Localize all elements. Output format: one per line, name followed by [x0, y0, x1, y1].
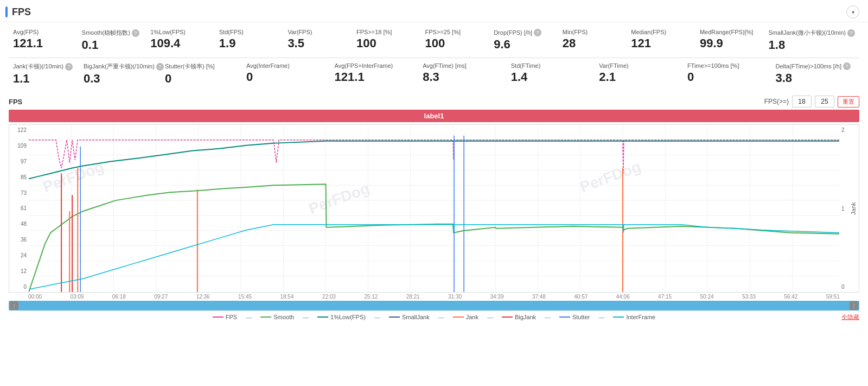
- stat-varftime: Var(FTime) 2.1: [595, 60, 683, 88]
- legend-interframe[interactable]: InterFrame: [613, 314, 655, 320]
- stat-drop: Drop(FPS) [/h] ? 9.6: [489, 27, 558, 54]
- stat-avg-fps-value: 121.1: [13, 36, 73, 50]
- stat-fps25: FPS>=25 [%] 100: [421, 27, 490, 54]
- legend-fps-line: [213, 317, 224, 318]
- chart-section: FPS FPS(>=) 18 25 重置 label1 122 109 97 8…: [0, 93, 868, 324]
- legend-smooth[interactable]: Smooth: [260, 314, 294, 320]
- stat-medrange: MedRange(FPS)[%] 99.9: [695, 27, 764, 54]
- stats-row-2: Jank(卡顿)(/10min) ? 1.1 BigJank(严重卡顿)(/10…: [9, 60, 859, 88]
- hide-all-button[interactable]: 全隐藏: [841, 313, 859, 321]
- stat-min-value: 28: [563, 36, 623, 50]
- legend-jank[interactable]: Jank: [453, 314, 478, 320]
- stat-ftime100-label: FTime>=100ms [%]: [687, 62, 767, 69]
- smalljank-help-icon[interactable]: ?: [847, 29, 855, 37]
- reset-button[interactable]: 重置: [838, 96, 859, 107]
- stat-avg-fps-label: Avg(FPS): [13, 29, 73, 35]
- y-axis-left: 122 109 97 85 73 61 48 36 24 12 0: [9, 125, 29, 292]
- page-container: FPS ▾ Avg(FPS) 121.1 Smooth(稳帧指数) ? 0.1 …: [0, 0, 868, 386]
- stat-bigjank: BigJank(严重卡顿)(/10min) ? 0.3: [79, 60, 161, 88]
- stat-fps18-label: FPS>=18 [%]: [356, 29, 417, 35]
- stat-varftime-value: 2.1: [599, 70, 679, 84]
- legend-jank-line: [453, 317, 464, 318]
- legend-interframe-label: InterFrame: [626, 314, 655, 320]
- stat-jank-label: Jank(卡顿)(/10min) ?: [13, 62, 75, 71]
- stat-stutter-value: 0: [165, 72, 238, 86]
- stat-avginterframe: Avg(InterFrame) 0: [242, 60, 330, 88]
- legend-1pct-low[interactable]: 1%Low(FPS): [317, 314, 366, 320]
- collapse-button[interactable]: ▾: [846, 5, 859, 18]
- stat-avgftime-value: 8.3: [423, 70, 502, 84]
- fps-title-bar: [5, 7, 8, 17]
- stat-varftime-label: Var(FTime): [599, 62, 679, 69]
- legend-fps[interactable]: FPS: [213, 314, 237, 320]
- stat-smalljank-value: 1.8: [769, 38, 855, 52]
- fps-title-row: FPS: [5, 7, 31, 18]
- stats-section-1: Avg(FPS) 121.1 Smooth(稳帧指数) ? 0.1 1%Low(…: [0, 22, 868, 93]
- stat-median: Median(FPS) 121: [627, 27, 695, 54]
- legend-fps-label: FPS: [226, 314, 237, 320]
- stat-deltaftime-label: Delta(FTime)>100ms [/h] ?: [775, 62, 855, 70]
- jank-help-icon[interactable]: ?: [65, 63, 73, 71]
- fps-controls: FPS(>=) 18 25 重置: [764, 96, 859, 107]
- drop-help-icon[interactable]: ?: [534, 29, 541, 36]
- deltaftime-help-icon[interactable]: ?: [843, 62, 851, 70]
- timeline-scrollbar[interactable]: ⋮ ⋮: [9, 301, 859, 311]
- chart-label-bar: label1: [9, 110, 859, 122]
- stat-stdftime-value: 1.4: [511, 70, 591, 84]
- stat-ftime100: FTime>=100ms [%] 0: [683, 60, 771, 88]
- chart-title: FPS: [9, 98, 22, 106]
- legend-area: FPS — Smooth — 1%Low(FPS) — SmallJank —: [9, 311, 859, 324]
- stat-median-label: Median(FPS): [631, 29, 691, 35]
- chart-area[interactable]: 122 109 97 85 73 61 48 36 24 12 0 2 1: [9, 124, 859, 293]
- stat-deltaftime-value: 3.8: [775, 71, 855, 85]
- stat-medrange-value: 99.9: [700, 36, 760, 50]
- stat-1pct-low-label: 1%Low(FPS): [150, 29, 210, 35]
- stat-1pct-low: 1%Low(FPS) 109.4: [146, 27, 215, 54]
- stat-median-value: 121: [631, 36, 691, 50]
- stat-smooth: Smooth(稳帧指数) ? 0.1: [78, 27, 146, 54]
- stat-avg-fps: Avg(FPS) 121.1: [9, 27, 78, 54]
- legend-1pct-low-label: 1%Low(FPS): [330, 314, 366, 320]
- stat-stutter-label: Stutter(卡顿率) [%]: [165, 62, 238, 71]
- stat-var-label: Var(FPS): [288, 29, 348, 35]
- stat-drop-value: 9.6: [494, 37, 554, 52]
- legend-bigjank-line: [502, 317, 513, 318]
- chart-wrapper: label1 122 109 97 85 73 61 48 36 24 12 0: [9, 110, 859, 324]
- stat-min-label: Min(FPS): [563, 29, 623, 35]
- x-axis-labels: 00:00 03:09 06:18 09:27 12:36 15:45 18:5…: [9, 293, 859, 300]
- legend-smalljank-label: SmallJank: [402, 314, 430, 320]
- legend-stutter-label: Stutter: [572, 314, 590, 320]
- fps-threshold1-input[interactable]: 18: [792, 96, 812, 107]
- stat-medrange-label: MedRange(FPS)[%]: [700, 29, 760, 35]
- legend-jank-label: Jank: [466, 314, 478, 320]
- stat-jank-value: 1.1: [13, 72, 75, 86]
- stat-std-value: 1.9: [219, 36, 279, 50]
- legend-smalljank[interactable]: SmallJank: [389, 314, 430, 320]
- stat-bigjank-label: BigJank(严重卡顿)(/10min) ?: [84, 62, 156, 71]
- legend-1pct-low-line: [317, 317, 328, 318]
- stat-fps25-value: 100: [425, 36, 486, 50]
- scrollbar-handle-left[interactable]: ⋮: [10, 301, 18, 310]
- chart-svg: [29, 125, 839, 292]
- stat-stutter: Stutter(卡顿率) [%] 0: [161, 60, 242, 88]
- stat-var: Var(FPS) 3.5: [283, 27, 352, 54]
- stat-std: Std(FPS) 1.9: [215, 27, 284, 54]
- chart-header: FPS FPS(>=) 18 25 重置: [9, 93, 859, 107]
- legend-smooth-label: Smooth: [273, 314, 294, 320]
- fps-header: FPS ▾: [0, 0, 868, 22]
- stat-fps25-label: FPS>=25 [%]: [425, 29, 486, 35]
- stat-min: Min(FPS) 28: [558, 27, 627, 54]
- stat-smalljank-label: SmallJank(微小卡顿)(/10min) ?: [769, 29, 855, 37]
- legend-bigjank[interactable]: BigJank: [502, 314, 536, 320]
- stat-ftime100-value: 0: [687, 70, 767, 84]
- smooth-help-icon[interactable]: ?: [132, 29, 139, 37]
- stat-deltaftime: Delta(FTime)>100ms [/h] ? 3.8: [771, 60, 859, 88]
- legend-stutter[interactable]: Stutter: [559, 314, 590, 320]
- legend-smooth-line: [260, 317, 271, 318]
- stat-avgfpsinterframe: Avg(FPS+InterFrame) 121.1: [330, 60, 419, 88]
- stat-avgftime-label: Avg(FTime) [ms]: [423, 62, 502, 69]
- stat-smooth-label: Smooth(稳帧指数) ?: [82, 29, 142, 37]
- fps-threshold2-input[interactable]: 25: [815, 96, 834, 107]
- stats-row-1: Avg(FPS) 121.1 Smooth(稳帧指数) ? 0.1 1%Low(…: [9, 27, 859, 54]
- scrollbar-handle-right[interactable]: ⋮: [850, 301, 858, 310]
